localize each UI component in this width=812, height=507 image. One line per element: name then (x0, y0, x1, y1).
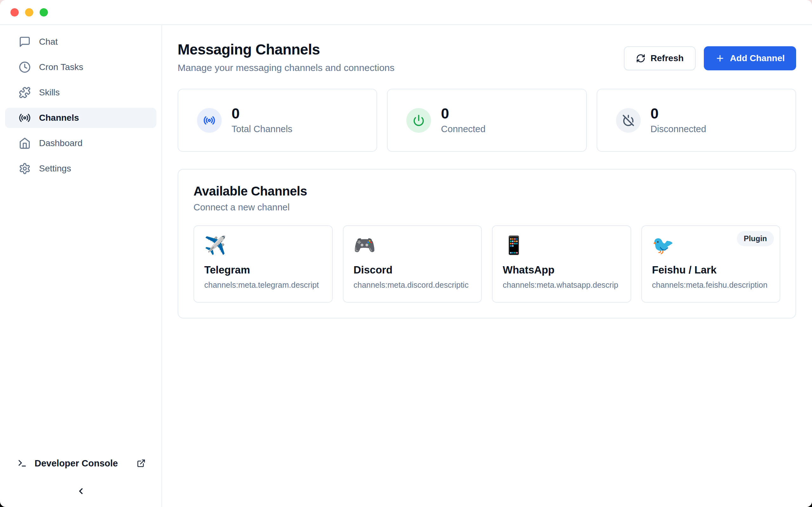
sidebar-footer: Developer Console (0, 456, 161, 507)
sidebar-item-chat[interactable]: Chat (5, 32, 156, 52)
sidebar-item-label: Cron Tasks (39, 62, 84, 72)
stat-text: 0 Disconnected (651, 106, 706, 134)
channel-name: Discord (354, 264, 471, 276)
sidebar-item-cron-tasks[interactable]: Cron Tasks (5, 57, 156, 77)
puzzle-icon (19, 87, 31, 99)
channel-card-whatsapp[interactable]: 📱 WhatsApp channels:meta.whatsapp.descri… (492, 225, 631, 302)
power-off-icon (622, 114, 635, 126)
zoom-window-button[interactable] (40, 8, 48, 16)
sidebar: Chat Cron Tasks Skills (0, 25, 162, 507)
plugin-badge: Plugin (737, 231, 774, 246)
telegram-emoji-icon: ✈️ (204, 234, 322, 257)
add-channel-button[interactable]: Add Channel (704, 46, 796, 70)
stat-bubble (406, 108, 431, 133)
sidebar-item-channels[interactable]: Channels (5, 108, 156, 128)
stat-text: 0 Total Channels (232, 106, 293, 134)
sidebar-item-label: Dashboard (39, 138, 83, 148)
close-window-button[interactable] (10, 8, 19, 16)
stat-value: 0 (651, 106, 706, 121)
sidebar-item-skills[interactable]: Skills (5, 82, 156, 103)
channel-name: Feishu / Lark (652, 264, 770, 276)
stat-bubble (616, 108, 641, 133)
channel-card-discord[interactable]: 🎮 Discord channels:meta.discord.descript… (343, 225, 482, 302)
sidebar-item-label: Channels (39, 113, 79, 123)
clock-icon (19, 61, 31, 73)
available-channels-subtitle: Connect a new channel (194, 202, 780, 213)
page-header-text: Messaging Channels Manage your messaging… (177, 41, 395, 73)
gear-icon (19, 163, 31, 175)
stat-bubble (197, 108, 222, 133)
channel-meta: channels:meta.discord.descriptic (354, 280, 471, 290)
available-channels-title: Available Channels (194, 184, 780, 199)
minimize-window-button[interactable] (25, 8, 33, 16)
power-icon (413, 114, 425, 126)
sidebar-item-label: Settings (39, 164, 71, 174)
sidebar-item-settings[interactable]: Settings (5, 158, 156, 179)
terminal-icon (17, 458, 27, 468)
channel-card-feishu-lark[interactable]: Plugin 🐦 Feishu / Lark channels:meta.fei… (641, 225, 780, 302)
plus-icon (715, 54, 725, 63)
refresh-button[interactable]: Refresh (624, 46, 696, 70)
stat-value: 0 (232, 106, 293, 121)
stat-label: Disconnected (651, 124, 706, 134)
main-content: Messaging Channels Manage your messaging… (162, 25, 812, 507)
chevron-left-icon (76, 487, 86, 496)
channel-meta: channels:meta.telegram.descript (204, 280, 322, 290)
refresh-button-label: Refresh (651, 53, 683, 63)
sidebar-nav: Chat Cron Tasks Skills (0, 32, 161, 179)
stat-card-disconnected: 0 Disconnected (597, 89, 796, 152)
broadcast-icon (19, 112, 31, 124)
header-actions: Refresh Add Channel (624, 46, 796, 70)
stat-card-connected: 0 Connected (387, 89, 587, 152)
home-icon (19, 137, 31, 149)
traffic-lights (10, 8, 48, 16)
stat-value: 0 (441, 106, 485, 121)
available-channels-section: Available Channels Connect a new channel… (177, 169, 796, 319)
stats-row: 0 Total Channels 0 Connected (177, 89, 796, 152)
chat-icon (19, 36, 31, 48)
add-channel-button-label: Add Channel (730, 53, 785, 63)
channel-meta: channels:meta.feishu.description (652, 280, 770, 290)
sidebar-item-dashboard[interactable]: Dashboard (5, 133, 156, 153)
page-subtitle: Manage your messaging channels and conne… (177, 62, 395, 73)
stat-card-total-channels: 0 Total Channels (177, 89, 377, 152)
external-link-icon (137, 459, 146, 468)
channel-card-telegram[interactable]: ✈️ Telegram channels:meta.telegram.descr… (194, 225, 333, 302)
whatsapp-emoji-icon: 📱 (503, 234, 620, 257)
channel-meta: channels:meta.whatsapp.descrip (503, 280, 620, 290)
stat-text: 0 Connected (441, 106, 485, 134)
sidebar-item-label: Skills (39, 88, 60, 98)
page-title: Messaging Channels (177, 41, 395, 58)
sidebar-collapse-button[interactable] (74, 484, 88, 498)
channel-name: WhatsApp (503, 264, 620, 276)
broadcast-icon (203, 114, 215, 126)
app-window: Chat Cron Tasks Skills (0, 0, 812, 507)
stat-label: Connected (441, 124, 485, 134)
sidebar-item-label: Chat (39, 37, 58, 47)
channel-name: Telegram (204, 264, 322, 276)
channel-grid: ✈️ Telegram channels:meta.telegram.descr… (194, 225, 780, 302)
developer-console-link[interactable]: Developer Console (0, 456, 161, 471)
stat-label: Total Channels (232, 124, 293, 134)
refresh-icon (636, 54, 646, 63)
titlebar (0, 0, 812, 25)
discord-emoji-icon: 🎮 (354, 234, 471, 257)
page-header: Messaging Channels Manage your messaging… (177, 41, 796, 73)
developer-console-label: Developer Console (35, 458, 129, 469)
